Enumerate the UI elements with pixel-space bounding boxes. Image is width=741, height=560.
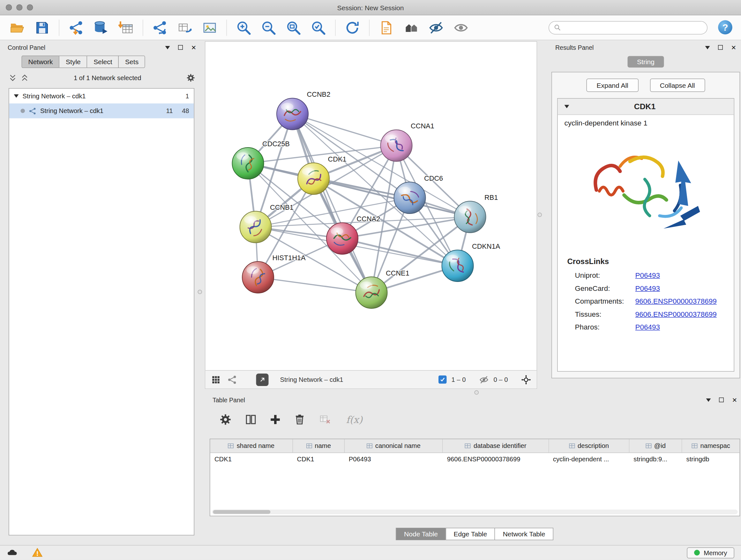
panel-close-button[interactable]: ✕ <box>731 44 736 51</box>
home-button[interactable] <box>401 17 422 38</box>
traffic-light-minimize[interactable] <box>16 4 23 11</box>
open-session-button[interactable] <box>7 17 28 38</box>
right-splitter-handle[interactable] <box>538 212 542 217</box>
network-node-CCNA1[interactable] <box>381 130 412 162</box>
grid-view-icon[interactable] <box>211 375 221 384</box>
tab-style[interactable]: Style <box>59 56 87 68</box>
crosslink-link[interactable]: P06493 <box>635 323 734 331</box>
refresh-button[interactable] <box>342 17 363 38</box>
network-edge-CCNB2-CCNA1[interactable] <box>293 114 397 145</box>
hide-selected-button[interactable] <box>426 17 447 38</box>
document-button[interactable] <box>376 17 397 38</box>
column-header-shared-name[interactable]: shared name <box>210 439 293 453</box>
cloud-icon[interactable] <box>7 547 18 558</box>
tab-node-table[interactable]: Node Table <box>396 528 446 540</box>
delete-column-trash-icon[interactable] <box>293 414 306 426</box>
table-cell[interactable]: 9606.ENSP00000378699 <box>443 453 549 466</box>
column-header-database-identifier[interactable]: database identifier <box>443 439 549 453</box>
gear-icon[interactable] <box>186 73 196 82</box>
column-header-namespac[interactable]: namespac <box>682 439 739 453</box>
import-network-database-button[interactable] <box>91 17 112 38</box>
network-edge-CCNB2-CCNE1[interactable] <box>293 114 372 293</box>
tab-network[interactable]: Network <box>22 56 60 68</box>
table-cell[interactable]: P06493 <box>344 453 443 466</box>
column-header--id[interactable]: @id <box>629 439 682 453</box>
zoom-fit-button[interactable] <box>283 17 304 38</box>
warning-icon[interactable] <box>31 547 43 558</box>
panel-float-button[interactable] <box>719 397 724 402</box>
tab-edge-table[interactable]: Edge Table <box>446 528 495 540</box>
table-cell[interactable]: CDK1 <box>210 453 293 466</box>
zoom-out-button[interactable] <box>258 17 279 38</box>
panel-collapse-button[interactable] <box>165 46 170 49</box>
network-overview-icon[interactable] <box>227 375 237 384</box>
tab-network-table[interactable]: Network Table <box>495 528 553 540</box>
function-builder-button[interactable]: f(x) <box>346 414 362 425</box>
panel-collapse-button[interactable] <box>705 46 710 49</box>
panel-float-button[interactable] <box>718 45 723 50</box>
crosshair-icon[interactable] <box>522 375 531 384</box>
crosslink-link[interactable]: 9606.ENSP00000378699 <box>635 297 734 305</box>
tab-sets[interactable]: Sets <box>118 56 145 68</box>
import-network-file-button[interactable] <box>66 17 87 38</box>
panel-float-button[interactable] <box>178 45 183 50</box>
table-row[interactable]: CDK1CDK1P064939606.ENSP00000378699cyclin… <box>210 453 740 466</box>
chevron-down-icon[interactable] <box>564 105 569 109</box>
network-canvas[interactable]: CCNB2CCNA1CDC25BCDK1CDC6RB1CCNB1CCNA2CDK… <box>205 42 537 370</box>
crosslink-link[interactable]: P06493 <box>635 284 734 293</box>
network-collection-row[interactable]: String Network – cdk1 1 <box>9 89 194 104</box>
panel-collapse-button[interactable] <box>706 398 711 401</box>
network-node-CDK1[interactable] <box>298 163 329 194</box>
open-in-new-button[interactable] <box>256 373 269 386</box>
network-node-CDKN1A[interactable] <box>442 250 474 282</box>
update-network-button[interactable] <box>149 17 171 38</box>
memory-button[interactable]: Memory <box>687 547 734 558</box>
protein-section-header[interactable]: CDK1 <box>558 99 734 115</box>
zoom-selected-button[interactable] <box>308 17 329 38</box>
table-settings-gear-icon[interactable] <box>219 414 232 426</box>
network-edge-HIST1H1A-CCNE1[interactable] <box>258 277 372 293</box>
show-all-button[interactable] <box>451 17 472 38</box>
export-image-button[interactable] <box>199 17 220 38</box>
left-splitter-handle[interactable] <box>198 290 202 294</box>
column-header-name[interactable]: name <box>293 439 344 453</box>
expand-all-button[interactable]: Expand All <box>587 78 638 92</box>
export-table-button[interactable] <box>174 17 195 38</box>
collapse-all-button[interactable]: Collapse All <box>650 78 705 92</box>
create-column-button[interactable] <box>270 415 280 425</box>
zoom-in-button[interactable] <box>233 17 254 38</box>
table-cell[interactable]: stringdb:9... <box>629 453 682 466</box>
horizontal-scrollbar-track[interactable] <box>212 509 738 514</box>
network-node-RB1[interactable] <box>455 201 486 233</box>
show-columns-icon[interactable] <box>245 414 257 426</box>
collapse-all-icon[interactable] <box>9 73 17 82</box>
tab-select[interactable]: Select <box>87 56 119 68</box>
table-cell[interactable]: CDK1 <box>293 453 344 466</box>
search-input[interactable] <box>564 24 702 31</box>
chevron-down-icon[interactable] <box>14 95 19 98</box>
network-node-CCNA2[interactable] <box>327 223 358 254</box>
network-edge-CCNA2-CDKN1A[interactable] <box>342 239 458 266</box>
crosslink-link[interactable]: P06493 <box>635 271 734 279</box>
selected-checkbox-icon[interactable] <box>439 375 447 384</box>
panel-close-button[interactable]: ✕ <box>191 44 196 51</box>
hidden-eye-slash-icon[interactable] <box>479 375 488 384</box>
import-table-button[interactable] <box>116 17 137 38</box>
network-row[interactable]: String Network – cdk1 11 48 <box>9 104 194 118</box>
network-node-CCNE1[interactable] <box>356 277 387 308</box>
horizontal-splitter-handle[interactable] <box>475 390 479 395</box>
expand-all-icon[interactable] <box>21 73 29 82</box>
traffic-light-close[interactable] <box>6 4 12 11</box>
crosslink-link[interactable]: 9606.ENSP00000378699 <box>635 310 734 318</box>
search-box[interactable] <box>549 21 708 34</box>
network-node-CCNB1[interactable] <box>240 211 272 243</box>
table-cell[interactable]: stringdb <box>682 453 739 466</box>
network-node-CDC6[interactable] <box>394 182 426 213</box>
network-node-CCNB2[interactable] <box>277 98 308 130</box>
save-session-button[interactable] <box>31 17 53 38</box>
table-cell[interactable]: cyclin-dependent ... <box>549 453 629 466</box>
horizontal-scrollbar-thumb[interactable] <box>213 510 271 514</box>
network-node-HIST1H1A[interactable] <box>242 261 274 293</box>
network-node-CDC25B[interactable] <box>232 147 264 179</box>
column-header-description[interactable]: description <box>549 439 629 453</box>
